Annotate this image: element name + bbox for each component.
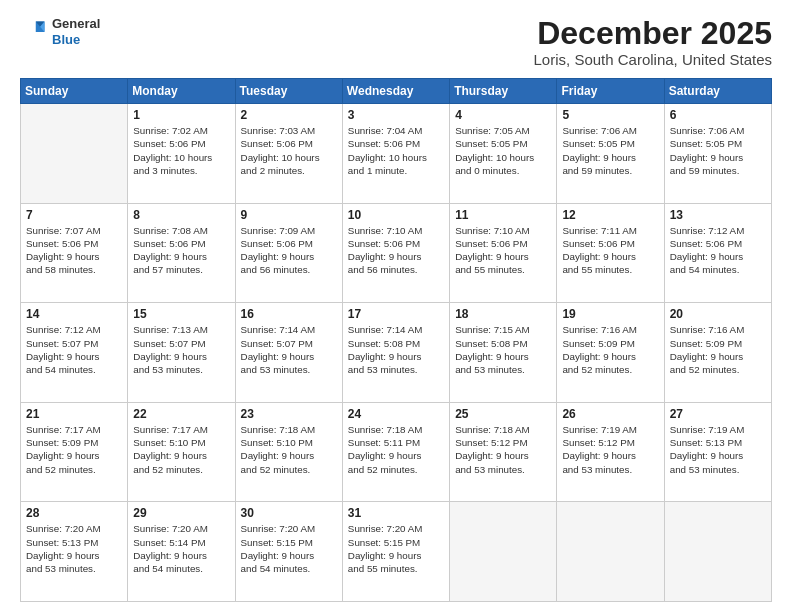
day-info: Sunrise: 7:02 AM Sunset: 5:06 PM Dayligh… — [133, 124, 229, 177]
day-number: 21 — [26, 407, 122, 421]
day-number: 23 — [241, 407, 337, 421]
day-number: 2 — [241, 108, 337, 122]
day-number: 4 — [455, 108, 551, 122]
day-info: Sunrise: 7:18 AM Sunset: 5:11 PM Dayligh… — [348, 423, 444, 476]
calendar-header: SundayMondayTuesdayWednesdayThursdayFrid… — [21, 79, 772, 104]
logo-general: General — [52, 16, 100, 32]
day-info: Sunrise: 7:18 AM Sunset: 5:10 PM Dayligh… — [241, 423, 337, 476]
day-info: Sunrise: 7:16 AM Sunset: 5:09 PM Dayligh… — [670, 323, 766, 376]
calendar-cell: 7Sunrise: 7:07 AM Sunset: 5:06 PM Daylig… — [21, 203, 128, 303]
calendar-cell: 18Sunrise: 7:15 AM Sunset: 5:08 PM Dayli… — [450, 303, 557, 403]
title-area: December 2025 Loris, South Carolina, Uni… — [534, 16, 772, 68]
day-number: 20 — [670, 307, 766, 321]
day-info: Sunrise: 7:05 AM Sunset: 5:05 PM Dayligh… — [455, 124, 551, 177]
day-info: Sunrise: 7:06 AM Sunset: 5:05 PM Dayligh… — [562, 124, 658, 177]
calendar-body: 1Sunrise: 7:02 AM Sunset: 5:06 PM Daylig… — [21, 104, 772, 602]
calendar-cell: 29Sunrise: 7:20 AM Sunset: 5:14 PM Dayli… — [128, 502, 235, 602]
day-info: Sunrise: 7:10 AM Sunset: 5:06 PM Dayligh… — [455, 224, 551, 277]
calendar-cell: 11Sunrise: 7:10 AM Sunset: 5:06 PM Dayli… — [450, 203, 557, 303]
day-number: 6 — [670, 108, 766, 122]
calendar-cell: 2Sunrise: 7:03 AM Sunset: 5:06 PM Daylig… — [235, 104, 342, 204]
location-title: Loris, South Carolina, United States — [534, 51, 772, 68]
logo-blue: Blue — [52, 32, 100, 48]
day-info: Sunrise: 7:14 AM Sunset: 5:08 PM Dayligh… — [348, 323, 444, 376]
day-info: Sunrise: 7:15 AM Sunset: 5:08 PM Dayligh… — [455, 323, 551, 376]
calendar-cell: 13Sunrise: 7:12 AM Sunset: 5:06 PM Dayli… — [664, 203, 771, 303]
month-title: December 2025 — [534, 16, 772, 51]
calendar-cell: 21Sunrise: 7:17 AM Sunset: 5:09 PM Dayli… — [21, 402, 128, 502]
calendar-cell: 27Sunrise: 7:19 AM Sunset: 5:13 PM Dayli… — [664, 402, 771, 502]
day-number: 15 — [133, 307, 229, 321]
day-info: Sunrise: 7:12 AM Sunset: 5:07 PM Dayligh… — [26, 323, 122, 376]
calendar-cell: 30Sunrise: 7:20 AM Sunset: 5:15 PM Dayli… — [235, 502, 342, 602]
calendar-cell: 23Sunrise: 7:18 AM Sunset: 5:10 PM Dayli… — [235, 402, 342, 502]
day-number: 11 — [455, 208, 551, 222]
header: General Blue December 2025 Loris, South … — [20, 16, 772, 68]
day-number: 31 — [348, 506, 444, 520]
day-number: 16 — [241, 307, 337, 321]
calendar-cell: 1Sunrise: 7:02 AM Sunset: 5:06 PM Daylig… — [128, 104, 235, 204]
calendar-week-row: 14Sunrise: 7:12 AM Sunset: 5:07 PM Dayli… — [21, 303, 772, 403]
calendar-cell: 26Sunrise: 7:19 AM Sunset: 5:12 PM Dayli… — [557, 402, 664, 502]
calendar-cell — [450, 502, 557, 602]
calendar-week-row: 7Sunrise: 7:07 AM Sunset: 5:06 PM Daylig… — [21, 203, 772, 303]
calendar-cell: 14Sunrise: 7:12 AM Sunset: 5:07 PM Dayli… — [21, 303, 128, 403]
weekday-header-monday: Monday — [128, 79, 235, 104]
day-number: 8 — [133, 208, 229, 222]
weekday-header-row: SundayMondayTuesdayWednesdayThursdayFrid… — [21, 79, 772, 104]
logo-blue-text: Blue — [52, 32, 80, 47]
day-info: Sunrise: 7:18 AM Sunset: 5:12 PM Dayligh… — [455, 423, 551, 476]
day-info: Sunrise: 7:19 AM Sunset: 5:13 PM Dayligh… — [670, 423, 766, 476]
day-number: 13 — [670, 208, 766, 222]
day-info: Sunrise: 7:20 AM Sunset: 5:13 PM Dayligh… — [26, 522, 122, 575]
calendar-cell: 6Sunrise: 7:06 AM Sunset: 5:05 PM Daylig… — [664, 104, 771, 204]
calendar-cell: 4Sunrise: 7:05 AM Sunset: 5:05 PM Daylig… — [450, 104, 557, 204]
day-info: Sunrise: 7:10 AM Sunset: 5:06 PM Dayligh… — [348, 224, 444, 277]
day-info: Sunrise: 7:04 AM Sunset: 5:06 PM Dayligh… — [348, 124, 444, 177]
calendar-week-row: 1Sunrise: 7:02 AM Sunset: 5:06 PM Daylig… — [21, 104, 772, 204]
calendar-cell: 5Sunrise: 7:06 AM Sunset: 5:05 PM Daylig… — [557, 104, 664, 204]
day-number: 18 — [455, 307, 551, 321]
day-number: 5 — [562, 108, 658, 122]
day-info: Sunrise: 7:13 AM Sunset: 5:07 PM Dayligh… — [133, 323, 229, 376]
day-info: Sunrise: 7:19 AM Sunset: 5:12 PM Dayligh… — [562, 423, 658, 476]
day-info: Sunrise: 7:17 AM Sunset: 5:10 PM Dayligh… — [133, 423, 229, 476]
day-number: 9 — [241, 208, 337, 222]
day-info: Sunrise: 7:09 AM Sunset: 5:06 PM Dayligh… — [241, 224, 337, 277]
calendar-cell — [21, 104, 128, 204]
day-number: 30 — [241, 506, 337, 520]
day-number: 7 — [26, 208, 122, 222]
calendar-cell: 15Sunrise: 7:13 AM Sunset: 5:07 PM Dayli… — [128, 303, 235, 403]
day-info: Sunrise: 7:14 AM Sunset: 5:07 PM Dayligh… — [241, 323, 337, 376]
day-number: 1 — [133, 108, 229, 122]
calendar-cell: 9Sunrise: 7:09 AM Sunset: 5:06 PM Daylig… — [235, 203, 342, 303]
day-info: Sunrise: 7:06 AM Sunset: 5:05 PM Dayligh… — [670, 124, 766, 177]
page: General Blue December 2025 Loris, South … — [0, 0, 792, 612]
day-number: 29 — [133, 506, 229, 520]
logo-icon — [20, 18, 48, 46]
day-number: 17 — [348, 307, 444, 321]
day-number: 22 — [133, 407, 229, 421]
calendar-cell: 31Sunrise: 7:20 AM Sunset: 5:15 PM Dayli… — [342, 502, 449, 602]
day-number: 10 — [348, 208, 444, 222]
weekday-header-wednesday: Wednesday — [342, 79, 449, 104]
day-number: 12 — [562, 208, 658, 222]
calendar-cell — [664, 502, 771, 602]
calendar-cell: 12Sunrise: 7:11 AM Sunset: 5:06 PM Dayli… — [557, 203, 664, 303]
day-info: Sunrise: 7:16 AM Sunset: 5:09 PM Dayligh… — [562, 323, 658, 376]
day-number: 24 — [348, 407, 444, 421]
calendar-cell — [557, 502, 664, 602]
weekday-header-tuesday: Tuesday — [235, 79, 342, 104]
day-number: 14 — [26, 307, 122, 321]
calendar-cell: 24Sunrise: 7:18 AM Sunset: 5:11 PM Dayli… — [342, 402, 449, 502]
weekday-header-sunday: Sunday — [21, 79, 128, 104]
calendar-cell: 8Sunrise: 7:08 AM Sunset: 5:06 PM Daylig… — [128, 203, 235, 303]
calendar-cell: 25Sunrise: 7:18 AM Sunset: 5:12 PM Dayli… — [450, 402, 557, 502]
calendar-cell: 10Sunrise: 7:10 AM Sunset: 5:06 PM Dayli… — [342, 203, 449, 303]
day-number: 27 — [670, 407, 766, 421]
calendar-cell: 22Sunrise: 7:17 AM Sunset: 5:10 PM Dayli… — [128, 402, 235, 502]
calendar-table: SundayMondayTuesdayWednesdayThursdayFrid… — [20, 78, 772, 602]
calendar-cell: 17Sunrise: 7:14 AM Sunset: 5:08 PM Dayli… — [342, 303, 449, 403]
day-number: 25 — [455, 407, 551, 421]
logo: General Blue — [20, 16, 100, 47]
